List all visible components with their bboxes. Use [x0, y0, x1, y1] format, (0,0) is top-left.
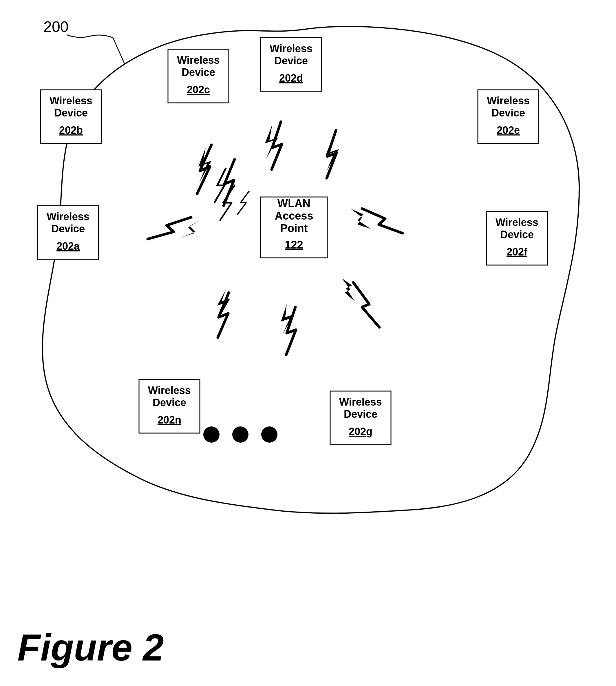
- ap-id: 122: [285, 239, 303, 251]
- device-label-a-2: Device: [51, 223, 85, 235]
- figure-label: Figure 2: [17, 626, 164, 669]
- device-id-d: 202d: [279, 72, 303, 84]
- device-label-g-1: Wireless: [339, 396, 382, 408]
- device-id-c: 202c: [187, 84, 210, 95]
- device-label-n-2: Device: [153, 396, 186, 408]
- ap-label-wlan: WLAN: [278, 197, 310, 210]
- ellipsis-dot-3: [261, 426, 278, 443]
- device-label-c-1: Wireless: [177, 54, 220, 66]
- device-label-c-2: Device: [182, 66, 215, 78]
- device-id-f: 202f: [507, 246, 528, 258]
- device-id-b: 202b: [59, 124, 83, 136]
- device-label-b-2: Device: [54, 107, 88, 119]
- device-label-d-2: Device: [274, 55, 308, 67]
- device-label-a-1: Wireless: [47, 211, 89, 222]
- device-label-f-2: Device: [500, 229, 534, 240]
- device-label-d-1: Wireless: [270, 43, 312, 55]
- device-label-g-2: Device: [344, 408, 377, 420]
- device-id-n: 202n: [157, 414, 181, 426]
- ref-number: 200: [43, 18, 69, 35]
- device-label-f-1: Wireless: [496, 216, 538, 228]
- ellipsis-dot-1: [203, 426, 220, 443]
- ap-label-point: Point: [280, 222, 308, 234]
- device-label-e-2: Device: [491, 107, 525, 119]
- device-id-e: 202e: [497, 124, 520, 136]
- device-label-b-1: Wireless: [49, 95, 92, 107]
- ref-arrow-line: [67, 35, 125, 64]
- ap-label-access: Access: [274, 210, 313, 222]
- device-label-e-1: Wireless: [487, 95, 530, 107]
- device-id-g: 202g: [349, 426, 372, 437]
- device-id-a: 202a: [57, 240, 80, 252]
- ellipsis-dot-2: [232, 426, 248, 443]
- device-label-n-1: Wireless: [148, 384, 191, 396]
